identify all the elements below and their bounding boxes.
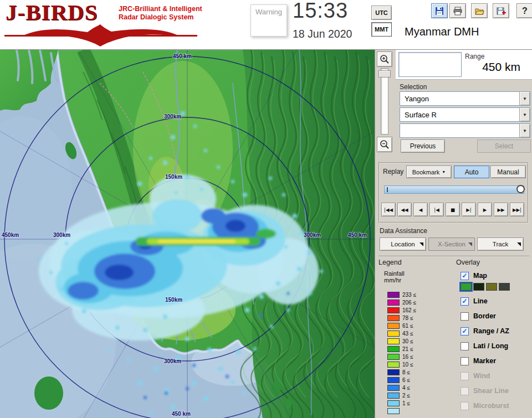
warning-button[interactable]: Warning: [250, 4, 287, 37]
legend-color-chip: [387, 331, 400, 337]
map-style-swatch[interactable]: [486, 283, 497, 291]
track-button[interactable]: Track: [477, 238, 524, 251]
app-logo: J-BIRDS: [6, 0, 98, 25]
radar-map-svg[interactable]: 450 km300km150km150km300km450 km450km300…: [0, 50, 375, 418]
utc-button[interactable]: UTC: [371, 6, 392, 20]
site-dropdown[interactable]: Yangon ▼: [400, 91, 530, 106]
overlay-item-shear-line[interactable]: Shear Line: [456, 385, 531, 396]
fast-forward-button[interactable]: ▶▶: [494, 203, 508, 216]
range-ring-label: 150km: [165, 174, 182, 180]
replay-groupbox: Replay Bookmark ▼ Auto Manual |◀◀◀◀◀|◀■▶…: [378, 162, 529, 223]
zoom-slider-thumb[interactable]: [378, 70, 391, 78]
legend-row: 1 ≤: [378, 399, 456, 407]
legend-row: 4 ≤: [378, 384, 456, 391]
overlay-label: Wind: [473, 372, 490, 380]
overlay-item-line[interactable]: Line: [456, 296, 531, 307]
overlay-item-marker[interactable]: Marker: [456, 355, 531, 367]
checkbox[interactable]: [461, 272, 469, 280]
select-button[interactable]: Select: [477, 140, 531, 153]
legend-color-chip: [387, 354, 400, 360]
legend-title: Legend: [378, 259, 456, 267]
slider-handle[interactable]: [516, 185, 525, 193]
overlay-item-lati-long[interactable]: Lati / Long: [456, 340, 531, 352]
overlay-label: Map: [473, 272, 487, 280]
previous-button[interactable]: Previous: [401, 140, 445, 153]
toolbar: ?: [431, 3, 532, 18]
location-button[interactable]: Location: [380, 238, 426, 251]
overlay-item-wind[interactable]: Wind: [456, 370, 531, 381]
overlay-item-range-az[interactable]: Range / AZ: [456, 326, 531, 337]
station-title: Myanmar DMH: [405, 25, 479, 38]
eagle-logo-icon: [4, 24, 197, 48]
map-style-swatch[interactable]: [473, 283, 484, 291]
bookmark-button[interactable]: Bookmark ▼: [406, 166, 452, 178]
checkbox[interactable]: [461, 312, 469, 321]
legend-color-chip: [387, 400, 400, 406]
legend-section: Legend Rainfall mm/hr 233 ≤206 ≤162 ≤78 …: [378, 259, 456, 415]
legend-value: 2 ≤: [402, 393, 410, 399]
open-folder-button[interactable]: [471, 3, 488, 18]
selection-label: Selection: [400, 83, 427, 91]
legend-color-chip: [387, 385, 400, 391]
zoom-out-button[interactable]: [377, 137, 392, 152]
manual-mode-button[interactable]: Manual: [490, 166, 526, 178]
radar-map-display[interactable]: 450 km300km150km150km300km450 km450km300…: [0, 50, 375, 418]
range-ring-label: 300km: [304, 232, 321, 238]
legend-color-chip: [387, 338, 400, 344]
stop-button[interactable]: ■: [446, 203, 460, 216]
legend-value: 4 ≤: [402, 385, 410, 391]
site-name-field[interactable]: [398, 52, 462, 77]
chevron-down-icon[interactable]: ▼: [519, 92, 530, 105]
divider: [378, 256, 529, 257]
range-ring-label: 150km: [165, 297, 182, 303]
chevron-down-icon[interactable]: ▼: [519, 108, 530, 121]
overlay-item-border[interactable]: Border: [456, 311, 531, 322]
zoom-in-button[interactable]: [377, 51, 392, 67]
skip-to-end-button[interactable]: ▶▶|: [510, 203, 524, 216]
save-as-button[interactable]: [493, 3, 509, 18]
checkbox[interactable]: [461, 297, 469, 306]
replay-timeline-slider[interactable]: [384, 185, 524, 194]
legend-rows: 233 ≤206 ≤162 ≤78 ≤61 ≤43 ≤30 ≤21 ≤16 ≤1…: [378, 291, 456, 415]
overlay-item-microburst[interactable]: Microburst: [456, 400, 531, 411]
clock-date: 18 Jun 2020: [293, 28, 352, 40]
legend-value: 21 ≤: [402, 346, 413, 352]
option-dropdown[interactable]: ▼: [400, 123, 530, 138]
zoom-out-icon: [380, 140, 390, 149]
mmt-button[interactable]: MMT: [371, 22, 392, 37]
legend-value: 6 ≤: [402, 377, 410, 383]
step-forward-button[interactable]: ▶|: [462, 203, 476, 216]
legend-row: 2 ≤: [378, 391, 456, 399]
save-icon: [434, 6, 444, 16]
step-back-button[interactable]: |◀: [429, 203, 444, 216]
checkbox[interactable]: [461, 342, 469, 350]
help-button[interactable]: ?: [516, 3, 532, 18]
map-style-swatch[interactable]: [499, 283, 510, 291]
checkbox[interactable]: [461, 402, 469, 410]
skip-to-start-button[interactable]: |◀◀: [381, 203, 396, 216]
zoom-in-icon: [380, 54, 390, 64]
fast-rewind-button[interactable]: ◀◀: [397, 203, 412, 216]
map-style-swatch[interactable]: [461, 283, 472, 291]
checkbox[interactable]: [461, 327, 469, 336]
legend-color-chip: [387, 315, 400, 321]
range-ring-label: 300km: [53, 232, 70, 238]
overlay-label: Shear Line: [473, 387, 509, 395]
auto-mode-button[interactable]: Auto: [454, 166, 489, 178]
x-section-button[interactable]: X-Section: [428, 238, 475, 251]
open-folder-icon: [474, 6, 484, 16]
zoom-slider[interactable]: [381, 68, 388, 135]
checkbox[interactable]: [461, 357, 469, 365]
overlay-label: Border: [473, 312, 496, 320]
overlay-item-map[interactable]: Map: [456, 270, 531, 281]
legend-value: 233 ≤: [402, 292, 416, 298]
play-reverse-button[interactable]: ◀: [413, 203, 428, 216]
checkbox[interactable]: [461, 387, 469, 395]
print-button[interactable]: [449, 3, 466, 18]
overlay-label: Marker: [473, 357, 496, 365]
save-button[interactable]: [431, 3, 448, 18]
play-button[interactable]: ▶: [478, 203, 492, 216]
product-dropdown[interactable]: Surface R ▼: [400, 107, 530, 122]
chevron-down-icon[interactable]: ▼: [519, 124, 530, 137]
checkbox[interactable]: [461, 372, 469, 380]
